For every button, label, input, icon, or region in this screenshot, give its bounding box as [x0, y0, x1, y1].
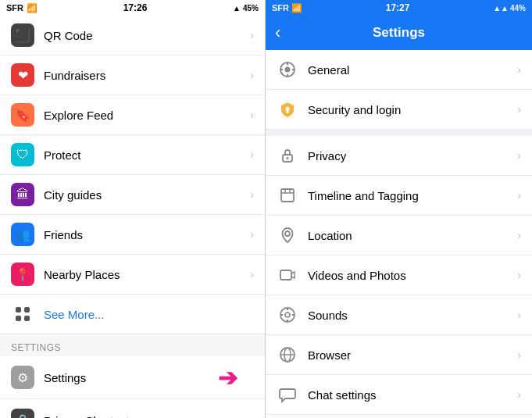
svg-rect-3: [24, 316, 30, 321]
svg-rect-11: [287, 110, 289, 113]
settings-page-title: Settings: [373, 25, 425, 41]
right-header: ‹ Settings: [266, 16, 532, 50]
see-more-icon: [11, 302, 34, 326]
nearby-places-icon: 📍: [11, 263, 34, 286]
sidebar-item-privacy-shortcuts[interactable]: 🔒 Privacy Shortcuts ›: [0, 399, 265, 418]
pink-arrow-left: ➔: [218, 364, 237, 391]
friends-label: Friends: [44, 228, 250, 241]
sounds-icon: [277, 304, 298, 326]
svg-point-21: [285, 313, 290, 317]
back-button[interactable]: ‹: [275, 23, 280, 43]
svg-point-5: [285, 67, 291, 73]
svg-rect-1: [24, 307, 30, 313]
friends-icon: 👥: [11, 223, 34, 246]
svg-rect-2: [16, 316, 21, 321]
right-battery: ▲▲ 44%: [493, 4, 526, 13]
settings-row-blocking[interactable]: Blocking ›: [266, 415, 532, 418]
carrier-text: SFR: [6, 3, 23, 13]
left-status-bar: SFR 📶 17:26 ▲ 45%: [0, 0, 265, 16]
settings-row-general[interactable]: General ›: [266, 50, 532, 90]
left-panel: SFR 📶 17:26 ▲ 45% ⬛ QR Code › ❤ Fundrais…: [0, 0, 266, 418]
browser-icon: [277, 344, 298, 366]
privacy-icon: [277, 145, 298, 166]
chevron-icon: ›: [250, 109, 254, 121]
sidebar-item-nearby-places[interactable]: 📍 Nearby Places ›: [0, 255, 265, 295]
sounds-label: Sounds: [308, 309, 517, 322]
timeline-tagging-label: Timeline and Tagging: [308, 189, 517, 202]
svg-point-10: [286, 107, 290, 111]
right-panel: SFR 📶 17:27 ▲▲ 44% ‹ Settings General › …: [266, 0, 532, 418]
security-login-label: Security and login: [308, 103, 517, 116]
chevron-icon: ›: [250, 29, 254, 41]
right-wifi-icon: 📶: [291, 3, 302, 13]
settings-row-privacy[interactable]: Privacy ›: [266, 136, 532, 176]
settings-row-timeline-tagging[interactable]: Timeline and Tagging ›: [266, 176, 532, 216]
chevron-icon: ›: [517, 149, 521, 162]
sidebar-item-city-guides[interactable]: 🏛 City guides ›: [0, 175, 265, 215]
chevron-icon: ›: [250, 69, 254, 81]
svg-point-13: [287, 157, 289, 159]
chevron-icon: ›: [250, 188, 254, 201]
qr-code-label: QR Code: [44, 29, 250, 42]
sidebar-item-explore-feed[interactable]: 🔖 Explore Feed ›: [0, 95, 265, 135]
protect-label: Protect: [44, 148, 250, 162]
browser-label: Browser: [308, 348, 517, 362]
chevron-icon: ›: [517, 189, 521, 202]
timeline-tagging-icon: [277, 184, 298, 206]
chat-settings-label: Chat settings: [308, 388, 517, 402]
privacy-shortcuts-icon: 🔒: [11, 409, 34, 418]
left-menu-list: ⬛ QR Code › ❤ Fundraisers › 🔖 Explore Fe…: [0, 16, 265, 418]
sidebar-item-fundraisers[interactable]: ❤ Fundraisers ›: [0, 55, 265, 95]
security-login-icon: [277, 98, 298, 120]
settings-row-location[interactable]: Location ›: [266, 216, 532, 255]
settings-section-header: SETTINGS: [0, 334, 265, 356]
see-more-label[interactable]: See More...: [44, 308, 254, 321]
privacy-shortcuts-label: Privacy Shortcuts: [44, 414, 250, 419]
fundraisers-label: Fundraisers: [44, 69, 250, 82]
chevron-icon: ›: [517, 103, 521, 116]
chevron-icon: ›: [250, 414, 254, 418]
svg-point-18: [285, 231, 290, 236]
protect-icon: 🛡: [11, 143, 34, 166]
chevron-icon: ›: [517, 388, 521, 401]
sidebar-item-qr-code[interactable]: ⬛ QR Code ›: [0, 16, 265, 55]
location-label: Location: [308, 229, 517, 242]
settings-row-security-login[interactable]: Security and login ›: [266, 90, 532, 130]
location-icon: [277, 224, 298, 246]
left-time: 17:26: [123, 2, 148, 13]
right-carrier: SFR 📶: [272, 3, 302, 13]
sidebar-item-settings[interactable]: ⚙ Settings ➔: [0, 356, 265, 399]
explore-feed-icon: 🔖: [11, 103, 34, 127]
chevron-icon: ›: [517, 269, 521, 281]
settings-row-videos-photos[interactable]: Videos and Photos ›: [266, 255, 532, 295]
chevron-icon: ›: [517, 229, 521, 241]
city-guides-icon: 🏛: [11, 183, 34, 206]
videos-photos-icon: [277, 264, 298, 286]
chevron-icon: ›: [517, 348, 521, 361]
explore-feed-label: Explore Feed: [44, 109, 250, 122]
privacy-label: Privacy: [308, 149, 517, 163]
nearby-places-label: Nearby Places: [44, 268, 250, 281]
chat-settings-icon: [277, 384, 298, 405]
wifi-icon: 📶: [27, 3, 37, 13]
see-more-item[interactable]: See More...: [0, 295, 265, 334]
svg-rect-19: [280, 270, 291, 280]
chevron-icon: ›: [250, 268, 254, 280]
right-signal: ▲▲: [493, 4, 509, 13]
left-status-carrier: SFR 📶: [6, 3, 37, 13]
settings-list: General › Security and login › Privacy ›…: [266, 50, 532, 418]
chevron-icon: ›: [517, 309, 521, 321]
sidebar-item-protect[interactable]: 🛡 Protect ›: [0, 135, 265, 175]
videos-photos-label: Videos and Photos: [308, 269, 517, 282]
general-label: General: [308, 63, 517, 77]
chevron-icon: ›: [250, 148, 254, 161]
settings-row-chat-settings[interactable]: Chat settings ›: [266, 375, 532, 415]
svg-rect-14: [281, 189, 294, 202]
general-icon: [277, 59, 298, 80]
sidebar-item-friends[interactable]: 👥 Friends ›: [0, 215, 265, 255]
signal-icon: ▲: [233, 4, 241, 13]
settings-row-sounds[interactable]: Sounds ›: [266, 295, 532, 335]
left-battery: ▲ 45%: [233, 4, 259, 13]
settings-row-browser[interactable]: Browser ›: [266, 335, 532, 375]
svg-rect-0: [16, 307, 21, 313]
